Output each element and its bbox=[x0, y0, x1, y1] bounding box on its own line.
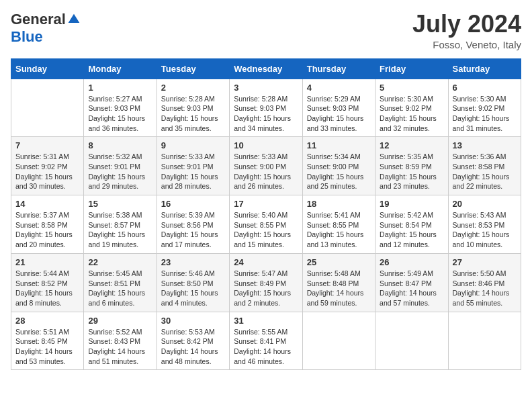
day-info: Sunrise: 5:31 AMSunset: 9:02 PMDaylight:… bbox=[15, 152, 79, 191]
calendar-cell: 29Sunrise: 5:52 AMSunset: 8:43 PMDayligh… bbox=[84, 312, 157, 370]
calendar-cell: 23Sunrise: 5:46 AMSunset: 8:50 PMDayligh… bbox=[157, 253, 229, 312]
day-number: 26 bbox=[380, 257, 443, 267]
header-day-wednesday: Wednesday bbox=[230, 58, 302, 79]
day-number: 13 bbox=[453, 140, 517, 150]
day-number: 23 bbox=[161, 257, 225, 267]
calendar-cell: 5Sunrise: 5:30 AMSunset: 9:02 PMDaylight… bbox=[375, 79, 448, 137]
day-info: Sunrise: 5:32 AMSunset: 9:01 PMDaylight:… bbox=[88, 152, 152, 191]
day-info: Sunrise: 5:47 AMSunset: 8:49 PMDaylight:… bbox=[234, 269, 298, 308]
calendar-cell: 2Sunrise: 5:28 AMSunset: 9:03 PMDaylight… bbox=[157, 79, 229, 137]
calendar-cell: 3Sunrise: 5:28 AMSunset: 9:03 PMDaylight… bbox=[230, 79, 302, 137]
calendar-cell: 28Sunrise: 5:51 AMSunset: 8:45 PMDayligh… bbox=[11, 312, 84, 370]
calendar-cell bbox=[11, 79, 84, 137]
day-info: Sunrise: 5:28 AMSunset: 9:03 PMDaylight:… bbox=[234, 94, 298, 134]
calendar-cell: 27Sunrise: 5:50 AMSunset: 8:46 PMDayligh… bbox=[448, 253, 521, 312]
calendar-cell: 31Sunrise: 5:55 AMSunset: 8:41 PMDayligh… bbox=[230, 312, 302, 370]
week-row-2: 7Sunrise: 5:31 AMSunset: 9:02 PMDaylight… bbox=[11, 137, 521, 195]
calendar-cell: 1Sunrise: 5:27 AMSunset: 9:03 PMDaylight… bbox=[84, 79, 157, 137]
header-row: SundayMondayTuesdayWednesdayThursdayFrid… bbox=[11, 58, 521, 79]
day-info: Sunrise: 5:36 AMSunset: 8:58 PMDaylight:… bbox=[453, 152, 517, 191]
day-info: Sunrise: 5:55 AMSunset: 8:41 PMDaylight:… bbox=[234, 327, 298, 367]
calendar-cell: 19Sunrise: 5:42 AMSunset: 8:54 PMDayligh… bbox=[375, 195, 448, 254]
day-number: 15 bbox=[88, 199, 152, 209]
day-info: Sunrise: 5:49 AMSunset: 8:47 PMDaylight:… bbox=[380, 269, 443, 308]
day-number: 2 bbox=[161, 83, 225, 93]
day-number: 25 bbox=[307, 257, 371, 267]
svg-marker-0 bbox=[69, 14, 80, 23]
calendar-cell: 13Sunrise: 5:36 AMSunset: 8:58 PMDayligh… bbox=[448, 137, 521, 195]
calendar-cell: 10Sunrise: 5:33 AMSunset: 9:00 PMDayligh… bbox=[230, 137, 302, 195]
week-row-4: 21Sunrise: 5:44 AMSunset: 8:52 PMDayligh… bbox=[11, 253, 521, 312]
day-number: 8 bbox=[88, 140, 152, 150]
header-day-friday: Friday bbox=[375, 58, 448, 79]
day-info: Sunrise: 5:39 AMSunset: 8:56 PMDaylight:… bbox=[161, 210, 225, 250]
day-number: 28 bbox=[15, 316, 79, 326]
day-number: 11 bbox=[307, 140, 371, 150]
day-info: Sunrise: 5:30 AMSunset: 9:02 PMDaylight:… bbox=[380, 94, 443, 134]
day-number: 30 bbox=[161, 316, 225, 326]
day-number: 24 bbox=[234, 257, 298, 267]
day-number: 6 bbox=[453, 83, 517, 93]
week-row-3: 14Sunrise: 5:37 AMSunset: 8:58 PMDayligh… bbox=[11, 195, 521, 254]
day-info: Sunrise: 5:48 AMSunset: 8:48 PMDaylight:… bbox=[307, 269, 371, 308]
day-info: Sunrise: 5:51 AMSunset: 8:45 PMDaylight:… bbox=[15, 327, 79, 367]
day-info: Sunrise: 5:37 AMSunset: 8:58 PMDaylight:… bbox=[15, 210, 79, 250]
header-day-monday: Monday bbox=[84, 58, 157, 79]
calendar-cell bbox=[375, 312, 448, 370]
calendar-cell: 24Sunrise: 5:47 AMSunset: 8:49 PMDayligh… bbox=[230, 253, 302, 312]
calendar-cell: 8Sunrise: 5:32 AMSunset: 9:01 PMDaylight… bbox=[84, 137, 157, 195]
week-row-1: 1Sunrise: 5:27 AMSunset: 9:03 PMDaylight… bbox=[11, 79, 521, 137]
day-info: Sunrise: 5:50 AMSunset: 8:46 PMDaylight:… bbox=[453, 269, 517, 308]
day-info: Sunrise: 5:43 AMSunset: 8:53 PMDaylight:… bbox=[453, 210, 517, 250]
calendar-cell: 12Sunrise: 5:35 AMSunset: 8:59 PMDayligh… bbox=[375, 137, 448, 195]
day-info: Sunrise: 5:53 AMSunset: 8:42 PMDaylight:… bbox=[161, 327, 225, 367]
title-block: July 2024 Fosso, Veneto, Italy bbox=[412, 11, 521, 50]
calendar-cell: 9Sunrise: 5:33 AMSunset: 9:01 PMDaylight… bbox=[157, 137, 229, 195]
day-info: Sunrise: 5:44 AMSunset: 8:52 PMDaylight:… bbox=[15, 269, 79, 308]
day-info: Sunrise: 5:33 AMSunset: 9:00 PMDaylight:… bbox=[234, 152, 298, 191]
header-day-saturday: Saturday bbox=[448, 58, 521, 79]
calendar-cell: 22Sunrise: 5:45 AMSunset: 8:51 PMDayligh… bbox=[84, 253, 157, 312]
calendar-cell: 30Sunrise: 5:53 AMSunset: 8:42 PMDayligh… bbox=[157, 312, 229, 370]
day-number: 4 bbox=[307, 83, 371, 93]
calendar-cell bbox=[302, 312, 375, 370]
calendar-cell: 4Sunrise: 5:29 AMSunset: 9:03 PMDaylight… bbox=[302, 79, 375, 137]
header-day-sunday: Sunday bbox=[11, 58, 84, 79]
day-info: Sunrise: 5:28 AMSunset: 9:03 PMDaylight:… bbox=[161, 94, 225, 134]
calendar-cell: 25Sunrise: 5:48 AMSunset: 8:48 PMDayligh… bbox=[302, 253, 375, 312]
day-info: Sunrise: 5:52 AMSunset: 8:43 PMDaylight:… bbox=[88, 327, 152, 367]
calendar-cell bbox=[448, 312, 521, 370]
day-number: 3 bbox=[234, 83, 298, 93]
day-number: 22 bbox=[88, 257, 152, 267]
page-header: General Blue July 2024 Fosso, Veneto, It… bbox=[11, 11, 521, 50]
calendar-cell: 15Sunrise: 5:38 AMSunset: 8:57 PMDayligh… bbox=[84, 195, 157, 254]
day-number: 14 bbox=[15, 199, 79, 209]
calendar-cell: 21Sunrise: 5:44 AMSunset: 8:52 PMDayligh… bbox=[11, 253, 84, 312]
calendar-table: SundayMondayTuesdayWednesdayThursdayFrid… bbox=[11, 58, 521, 371]
calendar-cell: 18Sunrise: 5:41 AMSunset: 8:55 PMDayligh… bbox=[302, 195, 375, 254]
day-number: 1 bbox=[88, 83, 152, 93]
day-number: 20 bbox=[453, 199, 517, 209]
day-info: Sunrise: 5:41 AMSunset: 8:55 PMDaylight:… bbox=[307, 210, 371, 250]
day-number: 16 bbox=[161, 199, 225, 209]
day-number: 29 bbox=[88, 316, 152, 326]
day-info: Sunrise: 5:34 AMSunset: 9:00 PMDaylight:… bbox=[307, 152, 371, 191]
header-day-thursday: Thursday bbox=[302, 58, 375, 79]
day-number: 17 bbox=[234, 199, 298, 209]
day-number: 21 bbox=[15, 257, 79, 267]
calendar-cell: 20Sunrise: 5:43 AMSunset: 8:53 PMDayligh… bbox=[448, 195, 521, 254]
calendar-cell: 7Sunrise: 5:31 AMSunset: 9:02 PMDaylight… bbox=[11, 137, 84, 195]
logo-general-text: General bbox=[11, 11, 66, 28]
day-info: Sunrise: 5:42 AMSunset: 8:54 PMDaylight:… bbox=[380, 210, 443, 250]
calendar-cell: 17Sunrise: 5:40 AMSunset: 8:55 PMDayligh… bbox=[230, 195, 302, 254]
calendar-cell: 11Sunrise: 5:34 AMSunset: 9:00 PMDayligh… bbox=[302, 137, 375, 195]
day-number: 18 bbox=[307, 199, 371, 209]
day-info: Sunrise: 5:38 AMSunset: 8:57 PMDaylight:… bbox=[88, 210, 152, 250]
day-info: Sunrise: 5:27 AMSunset: 9:03 PMDaylight:… bbox=[88, 94, 152, 134]
day-number: 27 bbox=[453, 257, 517, 267]
day-number: 31 bbox=[234, 316, 298, 326]
header-day-tuesday: Tuesday bbox=[157, 58, 229, 79]
calendar-cell: 14Sunrise: 5:37 AMSunset: 8:58 PMDayligh… bbox=[11, 195, 84, 254]
logo-blue-text: Blue bbox=[11, 28, 43, 46]
main-title: July 2024 bbox=[412, 11, 521, 38]
